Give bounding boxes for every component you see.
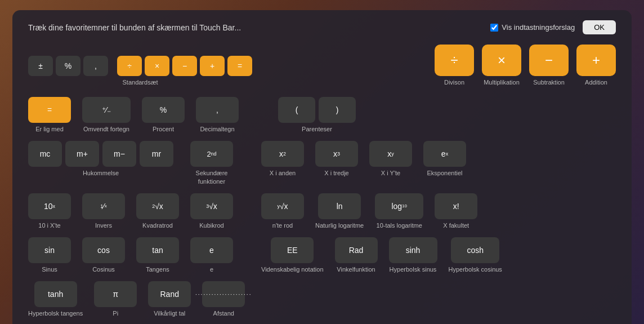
item-cos: cos Cosinus	[82, 237, 125, 273]
btn-mplus[interactable]: m+	[65, 141, 99, 167]
label-cosh: Hyperbolsk cosinus	[449, 265, 502, 273]
label-x2: X i anden	[270, 169, 296, 177]
divide-label: Divison	[444, 79, 464, 86]
btn-ln[interactable]: ln	[318, 193, 361, 219]
btn-divide-std[interactable]: ÷	[117, 56, 142, 76]
parenteser-group: ( ) Parenteser	[278, 97, 356, 133]
btn-sinh[interactable]: sinh	[389, 237, 437, 263]
btn-percent[interactable]: %	[56, 56, 80, 76]
btn-e[interactable]: e	[190, 237, 233, 263]
btn-inv[interactable]: 1⁄x	[82, 193, 125, 219]
item-ex: ex Eksponentiel	[423, 141, 466, 177]
btn-ee[interactable]: EE	[271, 237, 314, 263]
label-tan: Tangens	[146, 265, 169, 273]
row3: 10x 10 i X'te 1⁄x Invers 2√x Kvadratrod …	[28, 193, 616, 229]
btn-tanh[interactable]: tanh	[34, 281, 77, 307]
item-2nd: 2nd Sekundærefunktioner	[190, 141, 233, 185]
btn-mr[interactable]: mr	[140, 141, 173, 167]
label-ee: Videnskabelig notation	[261, 265, 324, 273]
label-inv: Invers	[95, 221, 112, 229]
label-cos: Cosinus	[92, 265, 115, 273]
ok-button[interactable]: OK	[583, 20, 616, 34]
btn-multiply-std[interactable]: ×	[145, 56, 169, 76]
btn-cbrt[interactable]: 3√x	[190, 193, 233, 219]
item-sqrt: 2√x Kvadratrod	[136, 193, 179, 229]
label-sin: Sinus	[42, 265, 57, 273]
btn-multiply-large[interactable]: ×	[482, 45, 521, 76]
btn-close-paren[interactable]: )	[319, 97, 356, 123]
label-rand: Vilkårligt tal	[154, 309, 185, 317]
btn-yroot[interactable]: y√x	[261, 193, 304, 219]
btn-ex[interactable]: ex	[423, 141, 466, 167]
large-op-divide: ÷ Divison	[435, 45, 474, 86]
item-rand: Rand Vilkårligt tal	[148, 281, 191, 317]
item-factorial: x! X fakultet	[435, 193, 477, 229]
multiply-label: Multiplikation	[484, 79, 520, 86]
btn-subtract-large[interactable]: −	[529, 45, 569, 76]
btn-x2[interactable]: x2	[261, 141, 304, 167]
btn-pi[interactable]: π	[94, 281, 137, 307]
btn-equals[interactable]: =	[28, 97, 71, 123]
btn-mminus[interactable]: m−	[102, 141, 136, 167]
row1: = Er lig med ⁺∕₋ Omvendt fortegn % Proce…	[28, 97, 616, 133]
label-sqrt: Kvadratrod	[142, 221, 173, 229]
item-x2: x2 X i anden	[261, 141, 304, 177]
btn-comma[interactable]: ,	[83, 56, 108, 76]
item-log10: log10 10-tals logaritme	[375, 193, 423, 229]
btn-cos[interactable]: cos	[82, 237, 125, 263]
large-op-subtract: − Subtraktion	[529, 45, 569, 86]
btn-sin[interactable]: sin	[28, 237, 71, 263]
label-memory: Hukommelse	[83, 169, 119, 177]
item-e: e e	[190, 237, 233, 273]
btn-distance[interactable]: ·····················	[202, 281, 245, 307]
btn-percent-row1[interactable]: %	[142, 97, 185, 123]
large-ops: ÷ Divison × Multiplikation − Subtraktion…	[435, 45, 616, 86]
label-log10: 10-tals logaritme	[377, 221, 422, 229]
btn-subtract-std[interactable]: −	[172, 56, 197, 76]
item-ln: ln Naturlig logaritme	[315, 193, 364, 229]
subtract-label: Subtraktion	[533, 79, 565, 86]
btn-negate[interactable]: ⁺∕₋	[82, 97, 131, 123]
item-decimal: , Decimaltegn	[196, 97, 239, 133]
row5: tanh Hyperbolsk tangens π Pi Rand Vilkår…	[28, 281, 616, 317]
row2: mc m+ m− mr Hukommelse 2nd Sekundærefunk…	[28, 141, 616, 185]
item-distance: ····················· Afstand	[202, 281, 245, 317]
btn-sqrt[interactable]: 2√x	[136, 193, 179, 219]
btn-cosh[interactable]: cosh	[451, 237, 499, 263]
btn-mc[interactable]: mc	[28, 141, 62, 167]
btn-decimal[interactable]: ,	[196, 97, 239, 123]
label-sinh: Hyperbolsk sinus	[390, 265, 437, 273]
label-xy: X i Y'te	[381, 169, 400, 177]
btn-add-large[interactable]: +	[576, 45, 616, 76]
btn-tan[interactable]: tan	[136, 237, 179, 263]
standardset-group: ± % , ÷ × − + = Standardsæt	[28, 56, 252, 86]
label-rad: Vinkelfunktion	[337, 265, 375, 273]
item-x3: x3 X i tredje	[315, 141, 358, 177]
btn-factorial[interactable]: x!	[435, 193, 477, 219]
btn-rand[interactable]: Rand	[148, 281, 191, 307]
btn-plus-minus[interactable]: ±	[28, 56, 53, 76]
item-tan: tan Tangens	[136, 237, 179, 273]
item-sinh: sinh Hyperbolsk sinus	[389, 237, 437, 273]
btn-10x[interactable]: 10x	[28, 193, 71, 219]
btn-divide-large[interactable]: ÷	[435, 45, 474, 76]
item-cbrt: 3√x Kubikrod	[190, 193, 233, 229]
checkbox-label[interactable]: Vis indtastningsforslag	[490, 23, 575, 32]
label-equals: Er lig med	[35, 125, 64, 133]
btn-log10[interactable]: log10	[375, 193, 423, 219]
label-ln: Naturlig logaritme	[315, 221, 364, 229]
btn-add-std[interactable]: +	[200, 56, 225, 76]
label-ex: Eksponentiel	[427, 169, 463, 177]
btn-equals-std[interactable]: =	[227, 56, 252, 76]
item-xy: xy X i Y'te	[369, 141, 412, 177]
btn-open-paren[interactable]: (	[278, 97, 315, 123]
btn-xy[interactable]: xy	[369, 141, 412, 167]
btn-2nd[interactable]: 2nd	[190, 141, 233, 167]
btn-x3[interactable]: x3	[315, 141, 358, 167]
header-controls: Vis indtastningsforslag OK	[490, 20, 616, 34]
suggestions-checkbox[interactable]	[490, 24, 498, 32]
item-cosh: cosh Hyperbolsk cosinus	[449, 237, 502, 273]
btn-rad[interactable]: Rad	[335, 237, 378, 263]
checkbox-text: Vis indtastningsforslag	[502, 23, 575, 32]
main-modal: Træk dine favoritemner til bunden af skæ…	[12, 10, 632, 324]
